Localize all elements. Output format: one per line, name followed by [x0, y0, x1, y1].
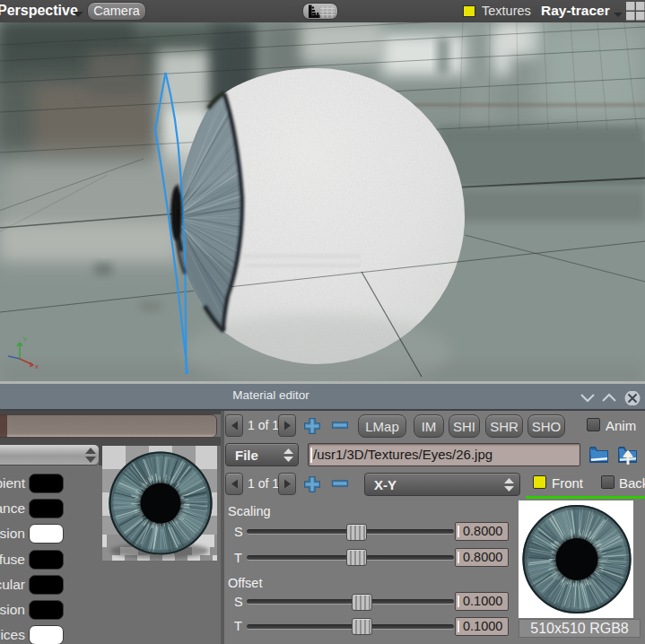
svg-text:x: x — [35, 362, 39, 370]
svg-text:Y: Y — [22, 335, 28, 344]
